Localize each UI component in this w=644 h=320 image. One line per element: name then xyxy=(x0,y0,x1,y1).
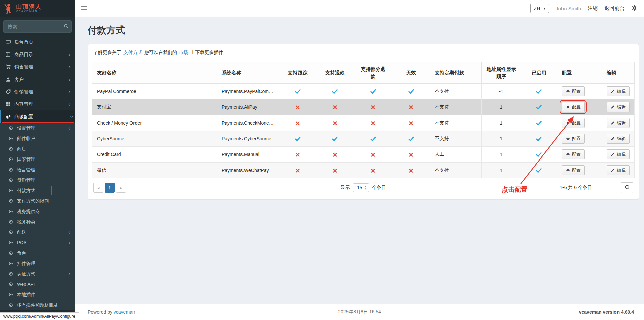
marketplace-link[interactable]: 市场 xyxy=(179,50,189,55)
sidebar-item-roles[interactable]: 角色 xyxy=(0,248,75,258)
enabled-cell xyxy=(521,84,557,99)
sidebar-item-promotions[interactable]: 促销管理‹ xyxy=(0,86,75,98)
gear-icon xyxy=(566,89,570,93)
pagination: ◂ 1 ▸ 显示 15 ▴▾ 个条目 1-6 共 6 个条目 xyxy=(92,178,635,194)
configuration-submenu: 设置管理‹邮件帐户商店国家管理语言管理货币管理付款方式支付方式的限制税务提供商税… xyxy=(0,123,75,310)
edit-button[interactable]: 编辑 xyxy=(607,86,630,96)
system-name-cell: Payments.CheckMoneyOrder xyxy=(217,115,279,131)
column-header-configure: 配置 xyxy=(557,62,602,84)
edit-button-label: 编辑 xyxy=(617,167,626,173)
sidebar-item-languages[interactable]: 语言管理 xyxy=(0,165,75,175)
check-icon xyxy=(536,152,542,157)
settings-gear-button[interactable] xyxy=(631,5,637,12)
cross-icon xyxy=(371,105,375,110)
gear-icon xyxy=(566,137,570,141)
refresh-button[interactable] xyxy=(621,182,633,193)
configure-button-label: 配置 xyxy=(572,120,581,126)
gear-icon xyxy=(631,5,637,12)
brand-text: 山顶洞人 VCAVEMAN xyxy=(16,4,42,13)
configure-button[interactable]: 配置 xyxy=(562,86,585,96)
circle-dot-icon xyxy=(7,157,14,162)
pager-prev-button[interactable]: ◂ xyxy=(93,183,103,193)
notice-text-middle: 您可以在我们的 xyxy=(144,50,177,55)
supports-capture-cell xyxy=(279,84,316,99)
sidebar-item-label: 付款方式 xyxy=(17,188,35,194)
search-input[interactable] xyxy=(8,24,62,29)
sidebar-item-customers[interactable]: 客户‹ xyxy=(0,73,75,86)
notice-text-before: 了解更多关于 xyxy=(93,50,121,55)
sidebar-item-content[interactable]: 内容管理‹ xyxy=(0,98,75,110)
page-size-select[interactable]: 15 ▴▾ xyxy=(353,183,369,192)
pencil-icon xyxy=(611,137,615,141)
edit-button[interactable]: 编辑 xyxy=(607,134,630,144)
payment-methods-card: 了解更多关于 支付方式 您可以在我们的 市场 上下载更多插件 友好名称系统名称支… xyxy=(88,44,639,199)
sidebar-item-email-accounts[interactable]: 邮件帐户 xyxy=(0,133,75,144)
gear-icon xyxy=(566,152,570,156)
pencil-icon xyxy=(611,121,615,125)
pencil-icon xyxy=(611,168,615,172)
configure-button[interactable]: 配置 xyxy=(562,134,585,144)
return-front-link[interactable]: 返回前台 xyxy=(604,5,625,12)
sidebar-item-tax-categories[interactable]: 税务种类 xyxy=(0,217,75,227)
sidebar-item-configuration[interactable]: 商城配置‹ xyxy=(0,110,75,123)
edit-button[interactable]: 编辑 xyxy=(607,118,630,128)
cross-icon xyxy=(409,152,413,157)
column-header-supports-capture: 支持跟踪 xyxy=(279,62,316,84)
sidebar-item-web-api[interactable]: Web API xyxy=(0,279,75,289)
configure-button[interactable]: 配置 xyxy=(562,118,585,128)
friendly-name-cell: 支付宝 xyxy=(92,99,217,115)
sidebar-item-label: 税务种类 xyxy=(17,219,35,225)
sidebar-item-stores[interactable]: 商店 xyxy=(0,144,75,154)
sidebar-item-local-plugins[interactable]: 本地插件 xyxy=(0,289,75,300)
sidebar-item-dashboard[interactable]: 后台首页 xyxy=(0,36,75,48)
pager-next-button[interactable]: ▸ xyxy=(116,183,126,193)
brand-logo[interactable]: 山顶洞人 VCAVEMAN xyxy=(0,0,75,17)
page-title: 付款方式 xyxy=(88,24,639,37)
check-icon xyxy=(536,105,542,110)
page-size-label: 显示 xyxy=(340,185,350,191)
logout-link[interactable]: 注销 xyxy=(588,5,598,12)
edit-button[interactable]: 编辑 xyxy=(607,149,630,159)
payment-methods-link[interactable]: 支付方式 xyxy=(123,50,142,55)
page-size-control: 显示 15 ▴▾ 个条目 xyxy=(92,183,635,192)
check-icon xyxy=(408,136,414,141)
configure-button[interactable]: 配置 xyxy=(562,165,585,175)
sidebar-item-currencies[interactable]: 货币管理 xyxy=(0,175,75,185)
sidebar-item-shipping[interactable]: 配送‹ xyxy=(0,227,75,237)
language-select[interactable]: ZH ▾ xyxy=(530,4,549,13)
sidebar-item-payment-methods[interactable]: 付款方式 xyxy=(0,185,75,196)
search-button[interactable] xyxy=(62,22,70,31)
edit-cell: 编辑 xyxy=(602,131,634,147)
sidebar-item-plugins-themes-directory[interactable]: 多有插件和题材目录 xyxy=(0,300,75,310)
sidebar-item-settings[interactable]: 设置管理‹ xyxy=(0,123,75,133)
sidebar-item-authentication[interactable]: 认证方式‹ xyxy=(0,269,75,279)
supports-partial-refund-cell xyxy=(354,163,392,178)
column-header-void: 无效 xyxy=(392,62,430,84)
void-cell xyxy=(392,147,430,163)
edit-button[interactable]: 编辑 xyxy=(607,102,630,112)
friendly-name-cell: CyberSource xyxy=(92,131,217,147)
circle-dot-icon xyxy=(7,220,14,224)
edit-button[interactable]: 编辑 xyxy=(607,165,630,175)
chevron-left-icon: ‹ xyxy=(68,101,72,107)
sidebar-item-tax-providers[interactable]: 税务提供商 xyxy=(0,206,75,217)
cross-icon xyxy=(333,168,337,173)
sidebar-item-sales[interactable]: 销售管理‹ xyxy=(0,61,75,73)
display-order-cell: -1 xyxy=(481,84,521,99)
sidebar-item-pos[interactable]: POS‹ xyxy=(0,237,75,248)
configure-button[interactable]: 配置 xyxy=(562,149,585,159)
configure-button-label: 配置 xyxy=(572,151,581,157)
system-name-cell: Payments.PayPalCommerce xyxy=(217,84,279,99)
supports-partial-refund-cell xyxy=(354,147,392,163)
sidebar-item-catalog[interactable]: 商品目录‹ xyxy=(0,48,75,61)
sidebar-item-widgets[interactable]: 挂件管理 xyxy=(0,258,75,269)
configure-button[interactable]: 配置 xyxy=(562,102,585,112)
sidebar-item-payment-restrictions[interactable]: 支付方式的限制 xyxy=(0,196,75,206)
pager-page-button[interactable]: 1 xyxy=(105,183,115,193)
column-header-system-name: 系统名称 xyxy=(217,62,279,84)
column-header-edit: 编辑 xyxy=(602,62,634,84)
configure-cell: 配置 xyxy=(557,147,602,163)
menu-toggle-button[interactable] xyxy=(75,0,92,17)
supports-partial-refund-cell xyxy=(354,115,392,131)
sidebar-item-countries[interactable]: 国家管理 xyxy=(0,154,75,165)
